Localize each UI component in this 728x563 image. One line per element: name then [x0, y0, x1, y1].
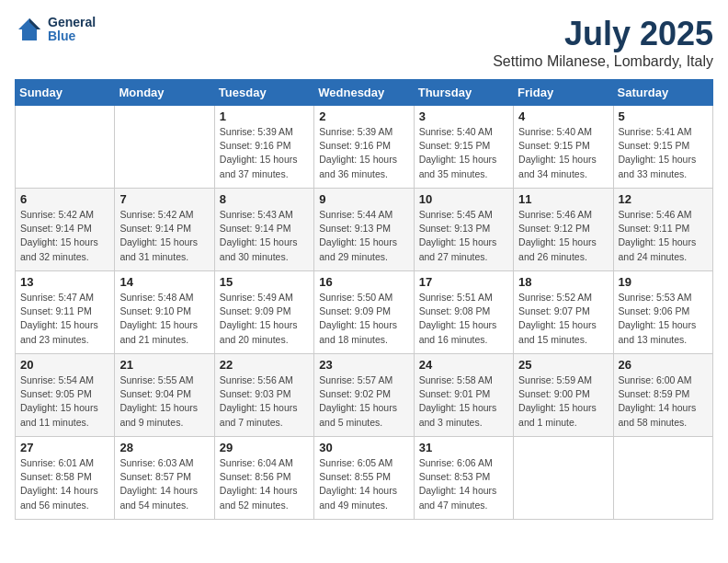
day-number: 6	[20, 192, 109, 206]
day-number: 21	[119, 358, 209, 372]
calendar-cell: 25 Sunrise: 5:59 AMSunset: 9:00 PMDaylig…	[514, 354, 613, 437]
day-number: 16	[319, 275, 408, 289]
day-number: 22	[220, 358, 309, 372]
day-info: Sunrise: 5:51 AMSunset: 9:08 PMDaylight:…	[419, 292, 497, 345]
day-info: Sunrise: 6:03 AMSunset: 8:57 PMDaylight:…	[119, 457, 198, 511]
title-block: July 2025 Settimo Milanese, Lombardy, It…	[493, 15, 713, 70]
day-number: 20	[20, 358, 109, 372]
day-info: Sunrise: 6:01 AMSunset: 8:58 PMDaylight:…	[20, 457, 98, 511]
calendar-table: SundayMondayTuesdayWednesdayThursdayFrid…	[15, 79, 713, 520]
logo: General Blue	[15, 15, 96, 44]
calendar-cell: 10 Sunrise: 5:45 AMSunset: 9:13 PMDaylig…	[414, 189, 513, 271]
day-number: 31	[419, 441, 508, 454]
day-info: Sunrise: 5:46 AMSunset: 9:11 PMDaylight:…	[619, 209, 697, 262]
weekday-header-row: SundayMondayTuesdayWednesdayThursdayFrid…	[16, 80, 713, 106]
day-number: 18	[518, 275, 608, 289]
day-info: Sunrise: 5:59 AMSunset: 9:00 PMDaylight:…	[518, 374, 597, 428]
day-number: 11	[518, 192, 608, 206]
day-number: 10	[419, 192, 508, 206]
day-info: Sunrise: 5:45 AMSunset: 9:13 PMDaylight:…	[419, 209, 497, 262]
day-info: Sunrise: 5:40 AMSunset: 9:15 PMDaylight:…	[419, 126, 497, 179]
day-info: Sunrise: 5:47 AMSunset: 9:11 PMDaylight:…	[20, 292, 98, 345]
day-info: Sunrise: 5:41 AMSunset: 9:15 PMDaylight:…	[619, 126, 697, 179]
weekday-header: Tuesday	[214, 80, 313, 106]
calendar-cell: 7 Sunrise: 5:42 AMSunset: 9:14 PMDayligh…	[115, 189, 214, 271]
calendar-cell: 9 Sunrise: 5:44 AMSunset: 9:13 PMDayligh…	[314, 189, 414, 271]
day-info: Sunrise: 5:43 AMSunset: 9:14 PMDaylight:…	[220, 209, 298, 262]
calendar-cell: 13 Sunrise: 5:47 AMSunset: 9:11 PMDaylig…	[16, 271, 115, 354]
day-info: Sunrise: 5:50 AMSunset: 9:09 PMDaylight:…	[319, 292, 397, 345]
day-info: Sunrise: 5:42 AMSunset: 9:14 PMDaylight:…	[20, 209, 98, 262]
calendar-cell: 17 Sunrise: 5:51 AMSunset: 9:08 PMDaylig…	[414, 271, 513, 354]
day-info: Sunrise: 5:39 AMSunset: 9:16 PMDaylight:…	[319, 126, 397, 179]
calendar-cell: 15 Sunrise: 5:49 AMSunset: 9:09 PMDaylig…	[214, 271, 313, 354]
calendar-cell: 20 Sunrise: 5:54 AMSunset: 9:05 PMDaylig…	[16, 354, 115, 437]
day-info: Sunrise: 5:58 AMSunset: 9:01 PMDaylight:…	[419, 374, 497, 428]
day-info: Sunrise: 5:49 AMSunset: 9:09 PMDaylight:…	[220, 292, 298, 345]
calendar-cell	[514, 437, 613, 520]
day-number: 27	[20, 441, 109, 454]
day-number: 14	[119, 275, 209, 289]
day-number: 29	[220, 441, 309, 454]
day-info: Sunrise: 5:52 AMSunset: 9:07 PMDaylight:…	[518, 292, 597, 345]
day-number: 24	[419, 358, 508, 372]
calendar-week-row: 27 Sunrise: 6:01 AMSunset: 8:58 PMDaylig…	[16, 437, 713, 520]
calendar-cell: 12 Sunrise: 5:46 AMSunset: 9:11 PMDaylig…	[613, 189, 712, 271]
month-title: July 2025	[493, 15, 713, 53]
calendar-cell: 3 Sunrise: 5:40 AMSunset: 9:15 PMDayligh…	[414, 106, 513, 189]
day-info: Sunrise: 5:44 AMSunset: 9:13 PMDaylight:…	[319, 209, 397, 262]
calendar-cell: 27 Sunrise: 6:01 AMSunset: 8:58 PMDaylig…	[16, 437, 115, 520]
logo-icon	[15, 15, 44, 44]
weekday-header: Monday	[115, 80, 214, 106]
calendar-cell: 2 Sunrise: 5:39 AMSunset: 9:16 PMDayligh…	[314, 106, 414, 189]
day-info: Sunrise: 5:57 AMSunset: 9:02 PMDaylight:…	[319, 374, 397, 428]
day-info: Sunrise: 5:56 AMSunset: 9:03 PMDaylight:…	[220, 374, 298, 428]
calendar-cell	[613, 437, 712, 520]
calendar-week-row: 13 Sunrise: 5:47 AMSunset: 9:11 PMDaylig…	[16, 271, 713, 354]
day-number: 3	[419, 109, 508, 123]
calendar-week-row: 1 Sunrise: 5:39 AMSunset: 9:16 PMDayligh…	[16, 106, 713, 189]
calendar-cell: 11 Sunrise: 5:46 AMSunset: 9:12 PMDaylig…	[514, 189, 613, 271]
day-number: 9	[319, 192, 408, 206]
calendar-cell	[16, 106, 115, 189]
day-number: 4	[518, 109, 608, 123]
day-number: 23	[319, 358, 408, 372]
weekday-header: Saturday	[613, 80, 712, 106]
calendar-cell: 5 Sunrise: 5:41 AMSunset: 9:15 PMDayligh…	[613, 106, 712, 189]
day-number: 7	[119, 192, 209, 206]
calendar-cell: 18 Sunrise: 5:52 AMSunset: 9:07 PMDaylig…	[514, 271, 613, 354]
day-number: 17	[419, 275, 508, 289]
calendar-cell: 4 Sunrise: 5:40 AMSunset: 9:15 PMDayligh…	[514, 106, 613, 189]
calendar-cell: 29 Sunrise: 6:04 AMSunset: 8:56 PMDaylig…	[214, 437, 313, 520]
calendar-week-row: 20 Sunrise: 5:54 AMSunset: 9:05 PMDaylig…	[16, 354, 713, 437]
calendar-cell: 28 Sunrise: 6:03 AMSunset: 8:57 PMDaylig…	[115, 437, 214, 520]
day-info: Sunrise: 5:48 AMSunset: 9:10 PMDaylight:…	[119, 292, 198, 345]
day-number: 15	[220, 275, 309, 289]
day-number: 13	[20, 275, 109, 289]
day-info: Sunrise: 6:05 AMSunset: 8:55 PMDaylight:…	[319, 457, 397, 511]
day-info: Sunrise: 6:04 AMSunset: 8:56 PMDaylight:…	[220, 457, 298, 511]
weekday-header: Sunday	[16, 80, 115, 106]
day-info: Sunrise: 5:40 AMSunset: 9:15 PMDaylight:…	[518, 126, 597, 179]
day-number: 25	[518, 358, 608, 372]
weekday-header: Friday	[514, 80, 613, 106]
day-info: Sunrise: 6:06 AMSunset: 8:53 PMDaylight:…	[419, 457, 497, 511]
calendar-cell: 22 Sunrise: 5:56 AMSunset: 9:03 PMDaylig…	[214, 354, 313, 437]
page-header: General Blue July 2025 Settimo Milanese,…	[15, 15, 713, 70]
day-info: Sunrise: 5:46 AMSunset: 9:12 PMDaylight:…	[518, 209, 597, 262]
day-info: Sunrise: 5:39 AMSunset: 9:16 PMDaylight:…	[220, 126, 298, 179]
calendar-cell: 26 Sunrise: 6:00 AMSunset: 8:59 PMDaylig…	[613, 354, 712, 437]
day-number: 12	[619, 192, 708, 206]
day-info: Sunrise: 5:42 AMSunset: 9:14 PMDaylight:…	[119, 209, 198, 262]
day-number: 19	[619, 275, 708, 289]
calendar-cell	[115, 106, 214, 189]
day-info: Sunrise: 6:00 AMSunset: 8:59 PMDaylight:…	[619, 374, 697, 428]
location-title: Settimo Milanese, Lombardy, Italy	[493, 53, 713, 70]
day-number: 1	[220, 109, 309, 123]
day-number: 8	[220, 192, 309, 206]
calendar-cell: 30 Sunrise: 6:05 AMSunset: 8:55 PMDaylig…	[314, 437, 414, 520]
weekday-header: Wednesday	[314, 80, 414, 106]
calendar-cell: 6 Sunrise: 5:42 AMSunset: 9:14 PMDayligh…	[16, 189, 115, 271]
day-info: Sunrise: 5:55 AMSunset: 9:04 PMDaylight:…	[119, 374, 198, 428]
calendar-cell: 31 Sunrise: 6:06 AMSunset: 8:53 PMDaylig…	[414, 437, 513, 520]
